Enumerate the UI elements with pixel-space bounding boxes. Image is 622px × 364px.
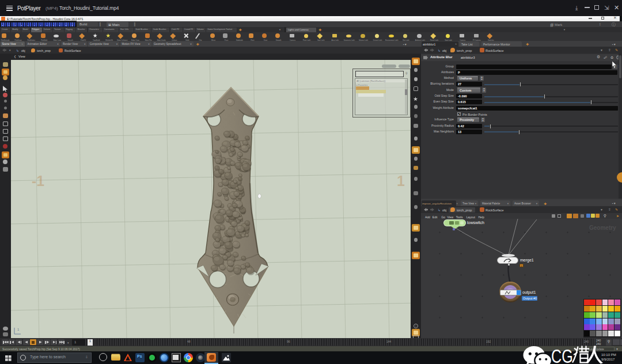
svg-text:1: 1 (17, 328, 20, 331)
svg-text:CG: CG (551, 345, 573, 364)
